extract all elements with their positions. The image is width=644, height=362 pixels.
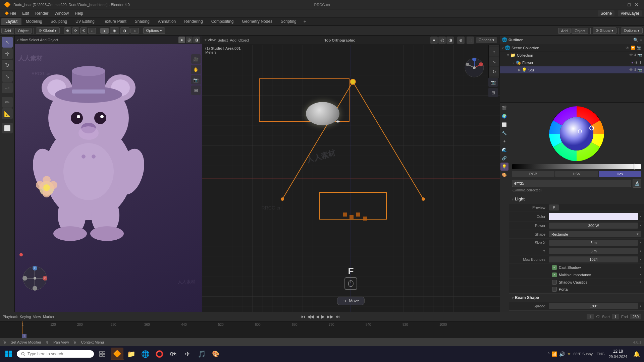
menu-file[interactable]: 🔶 File <box>2 10 19 16</box>
taskbar-app-telegram[interactable]: ✈ <box>181 348 194 360</box>
notification-btn[interactable]: 🔔 <box>631 349 642 359</box>
vs-render[interactable]: ◑ <box>193 37 200 43</box>
taskbar-app-store[interactable]: 🛍 <box>167 348 180 360</box>
tool-annotate[interactable]: ✏ <box>2 97 13 108</box>
tl-keying[interactable]: Keying <box>20 315 31 319</box>
tl-play[interactable]: ▶ <box>321 314 325 319</box>
options-btn-main[interactable]: Options ▾ <box>476 37 497 43</box>
stu-render[interactable]: 📷 <box>637 68 642 72</box>
tab-rgb[interactable]: RGB <box>512 171 554 177</box>
tray-battery[interactable]: ☀ <box>567 351 571 357</box>
outliner-item-collection[interactable]: ▿ 📁 Collection 👁 ⬇ 📷 <box>500 52 644 59</box>
prop-modifier-icon[interactable]: 🔧 <box>500 129 508 137</box>
taskbar-app-media[interactable]: 🎵 <box>195 348 208 360</box>
taskbar-app-explorer[interactable]: 📁 <box>125 348 138 360</box>
prop-world-icon[interactable]: 🌍 <box>500 112 508 120</box>
flower-eye[interactable]: 👁 <box>635 61 638 65</box>
color-dot-btn[interactable]: • <box>640 214 641 219</box>
stu-eye[interactable]: 👁 <box>629 68 633 72</box>
add-menu-btn[interactable]: Add <box>1 28 14 34</box>
tab-animation[interactable]: Animation <box>154 18 180 25</box>
menu-help[interactable]: Help <box>72 10 86 16</box>
viewport-shading-material[interactable]: ○ <box>130 28 139 34</box>
multiple-importance-checkbox[interactable]: ✓ <box>552 273 557 277</box>
toolbar-icon-2[interactable]: ⟳ <box>72 27 79 34</box>
light-sphere[interactable] <box>306 102 339 125</box>
menu-render[interactable]: Render <box>33 10 51 16</box>
toolbar-icon-4[interactable]: ↔ <box>88 28 96 34</box>
viewport-shading-solid[interactable]: ● <box>100 28 109 34</box>
taskbar-app-blender[interactable]: 🔶 <box>111 348 123 360</box>
col-eye[interactable]: 👁 <box>629 53 633 57</box>
max-bounces-field[interactable]: 1024 <box>549 256 638 262</box>
prop-scene-icon[interactable]: 🎬 <box>500 104 508 112</box>
sc-render-btn[interactable]: 📷 <box>636 46 642 50</box>
outliner-item-flower[interactable]: ▿ 🎭 Flower ▼ 👁 ⬇ <box>500 59 644 66</box>
object-menu[interactable]: Object <box>238 38 249 42</box>
col-render[interactable]: 📷 <box>637 53 642 57</box>
hex-input[interactable] <box>512 180 631 187</box>
tab-rendering[interactable]: Rendering <box>180 18 207 25</box>
search-input[interactable] <box>28 352 83 356</box>
gizmo-grid[interactable]: ⊞ <box>191 85 201 95</box>
shadow-caustics-dot[interactable]: • <box>640 280 641 285</box>
gizmo-view[interactable]: 🎥 <box>191 54 201 64</box>
main-gizmo-4[interactable]: ⊞ <box>488 88 498 97</box>
tool-add-cube[interactable]: ⬜ <box>2 123 13 133</box>
taskbar-app-edge[interactable]: 🌐 <box>139 348 152 360</box>
tool-scale[interactable]: ⤡ <box>2 71 13 82</box>
tab-hsv[interactable]: HSV <box>555 171 598 177</box>
col-hide[interactable]: ⬇ <box>634 53 637 57</box>
gizmo-walk[interactable]: ✋ <box>191 65 201 74</box>
menu-window[interactable]: Window <box>52 10 71 16</box>
tool-rotate[interactable]: ↻ <box>2 60 13 70</box>
tl-playback[interactable]: Playback <box>3 315 18 319</box>
size-y-dot[interactable]: • <box>640 249 641 254</box>
main-vs-solid[interactable]: ● <box>430 37 438 44</box>
timeline-scrubber[interactable]: 1 120 200 280 360 440 520 600 680 760 84… <box>0 321 644 338</box>
tool-cursor[interactable]: ↖ <box>2 37 13 48</box>
power-value-field[interactable]: 300 W <box>549 223 638 229</box>
options-btn-right[interactable]: Options ▾ <box>621 27 643 34</box>
tab-sculpting[interactable]: Sculpting <box>47 18 71 25</box>
shadow-caustics-checkbox[interactable] <box>552 280 557 285</box>
object-btn-right[interactable]: Object <box>572 28 588 34</box>
main-gizmo-3[interactable]: 📷 <box>488 77 498 87</box>
viewport-main[interactable]: ▿ View Select Add Object Top Orthographi… <box>202 36 500 312</box>
preview-btn[interactable]: P <box>549 204 559 210</box>
view-menu[interactable]: ▿ View <box>205 38 216 42</box>
cast-shadow-checkbox[interactable]: ✓ <box>552 265 557 270</box>
nodes-section-header[interactable]: ▿ Nodes <box>509 310 644 312</box>
tl-to-start[interactable]: ⏮ <box>301 314 305 319</box>
minimize-btn[interactable]: ─ <box>622 2 625 7</box>
toolbar-icon-3[interactable]: ⟲ <box>80 27 87 34</box>
tab-modeling[interactable]: Modeling <box>22 18 46 25</box>
tl-prev-frame[interactable]: ◀ <box>316 314 319 319</box>
max-bounces-dot[interactable]: • <box>640 257 641 262</box>
color-swatch[interactable] <box>549 213 638 220</box>
main-xray-btn[interactable]: ⬚ <box>467 37 474 44</box>
tg-2[interactable]: ↕ <box>489 47 499 56</box>
viewport-shading-wire[interactable]: ◉ <box>110 27 119 34</box>
tl-frame-current[interactable]: 1 <box>587 314 594 319</box>
tab-uv-editing[interactable]: UV Editing <box>71 18 99 25</box>
prop-physics-icon[interactable]: 🌊 <box>500 146 508 154</box>
tl-next-frame[interactable]: ▶▶ <box>327 314 333 319</box>
tl-marker[interactable]: Marker <box>43 315 54 319</box>
tab-shading[interactable]: Shading <box>131 18 154 25</box>
lang-indicator[interactable]: ENG <box>597 352 605 356</box>
value-strip[interactable] <box>512 164 641 169</box>
view-menu-icon[interactable]: ▿ View <box>17 38 28 42</box>
prop-material-icon[interactable]: 🎨 <box>500 171 508 179</box>
main-vs-render[interactable]: ◑ <box>446 37 454 44</box>
select-menu-icon[interactable]: Select <box>29 38 39 42</box>
add-menu[interactable]: Add <box>230 38 236 42</box>
size-y-field[interactable]: 8 m <box>549 248 638 254</box>
prop-object-icon[interactable]: ⬜ <box>500 121 508 129</box>
vs-wire[interactable]: ◎ <box>186 37 193 43</box>
stu-hide[interactable]: ⬇ <box>634 68 637 72</box>
prop-object-data-icon[interactable]: 💡 <box>500 163 508 171</box>
object-menu-icon[interactable]: Object <box>48 38 58 42</box>
viewport-shading-rendered[interactable]: ◑ <box>120 27 129 34</box>
tg-3[interactable]: ⤡ <box>489 57 499 66</box>
